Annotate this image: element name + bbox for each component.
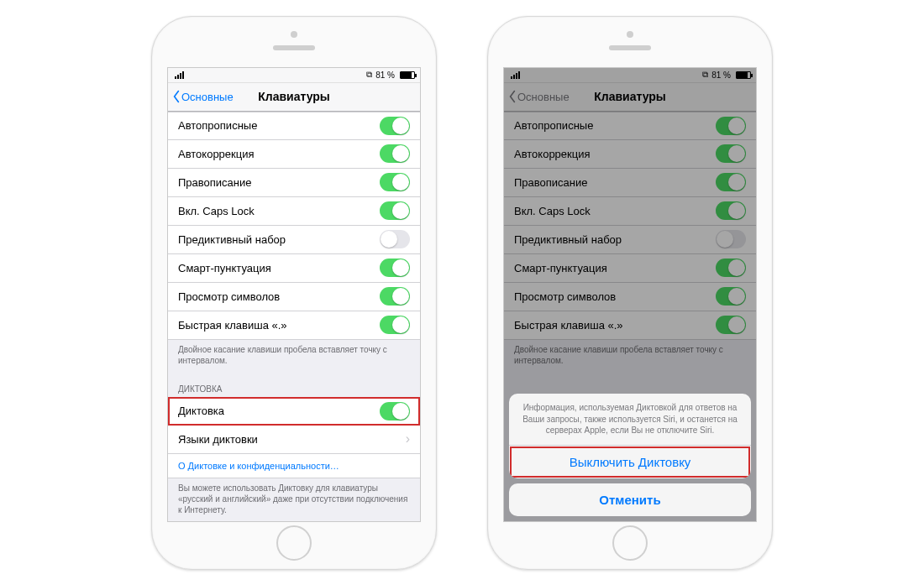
dictation-label: Диктовка — [178, 405, 224, 417]
phone-frame-right: ⧉ 81 % Основные Клавиатуры Автопрописные… — [487, 16, 773, 570]
dictation-row[interactable]: Диктовка — [168, 397, 420, 426]
screen-left: ⧉ 81 % Основные Клавиатуры Автопрописные… — [167, 67, 421, 522]
settings-row[interactable]: Автокоррекция — [168, 140, 420, 169]
disable-dictation-button[interactable]: Выключить Диктовку — [509, 446, 751, 478]
dictation-privacy-link[interactable]: О Диктовке и конфиденциальности… — [168, 454, 420, 478]
speaker-slot — [273, 45, 315, 50]
settings-row[interactable]: Автопрописные — [168, 112, 420, 140]
back-label: Основные — [181, 91, 234, 103]
dictation-languages-label: Языки диктовки — [178, 433, 258, 446]
battery-percent: 81 % — [375, 71, 395, 80]
dictation-toggle[interactable] — [380, 402, 410, 420]
settings-toggle[interactable] — [380, 287, 410, 306]
settings-toggle[interactable] — [380, 259, 410, 277]
settings-footer: Двойное касание клавиши пробела вставляе… — [168, 340, 420, 375]
settings-row[interactable]: Правописание — [168, 169, 420, 197]
speaker-slot — [609, 45, 651, 50]
home-button[interactable] — [276, 525, 312, 561]
action-sheet-cancel-group: Отменить — [509, 483, 751, 516]
settings-toggle[interactable] — [380, 316, 410, 334]
settings-toggle[interactable] — [380, 201, 410, 220]
settings-row-label: Вкл. Caps Lock — [178, 205, 255, 217]
dictation-header: ДИКТОВКА — [168, 375, 420, 397]
dictation-footer: Вы можете использовать Диктовку для клав… — [168, 478, 420, 521]
camera-dot — [291, 31, 297, 38]
settings-row[interactable]: Быстрая клавиша «.» — [168, 311, 420, 340]
screen-right: ⧉ 81 % Основные Клавиатуры Автопрописные… — [503, 67, 757, 522]
settings-row-label: Правописание — [178, 176, 252, 189]
settings-row-label: Автокоррекция — [178, 148, 255, 160]
action-sheet-message: Информация, используемая Диктовкой для о… — [509, 394, 751, 446]
settings-row-label: Предиктивный набор — [178, 233, 286, 246]
settings-toggle[interactable] — [380, 230, 410, 248]
home-button[interactable] — [612, 525, 648, 561]
settings-list[interactable]: АвтопрописныеАвтокоррекцияПравописаниеВк… — [168, 112, 420, 521]
settings-toggle[interactable] — [380, 144, 410, 163]
settings-row-label: Автопрописные — [178, 119, 257, 132]
wifi-icon: ⧉ — [366, 70, 372, 80]
settings-row-label: Быстрая клавиша «.» — [178, 319, 287, 332]
cancel-button[interactable]: Отменить — [509, 483, 751, 516]
settings-toggle[interactable] — [380, 117, 410, 135]
settings-row[interactable]: Вкл. Caps Lock — [168, 197, 420, 226]
settings-row-label: Просмотр символов — [178, 290, 280, 303]
settings-row[interactable]: Просмотр символов — [168, 283, 420, 311]
camera-dot — [627, 31, 633, 38]
settings-row[interactable]: Смарт-пунктуация — [168, 254, 420, 283]
signal-icon — [173, 71, 184, 79]
action-sheet: Информация, используемая Диктовкой для о… — [509, 394, 751, 516]
status-bar: ⧉ 81 % — [168, 68, 420, 83]
chevron-left-icon — [171, 90, 181, 103]
action-sheet-group: Информация, используемая Диктовкой для о… — [509, 394, 751, 478]
nav-title: Клавиатуры — [258, 90, 330, 103]
back-button[interactable]: Основные — [171, 90, 234, 103]
settings-row[interactable]: Предиктивный набор — [168, 226, 420, 254]
phone-frame-left: ⧉ 81 % Основные Клавиатуры Автопрописные… — [151, 16, 437, 570]
settings-row-label: Смарт-пунктуация — [178, 262, 271, 274]
chevron-right-icon: › — [406, 431, 410, 447]
dictation-languages-row[interactable]: Языки диктовки › — [168, 426, 420, 454]
battery-icon — [400, 71, 415, 79]
nav-bar: Основные Клавиатуры — [168, 83, 420, 112]
settings-toggle[interactable] — [380, 173, 410, 191]
